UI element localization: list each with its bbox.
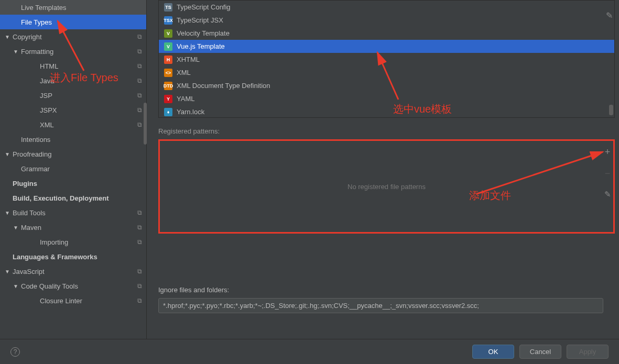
content-area: ✎ TSTypeScript ConfigTSXTypeScript JSXVV… bbox=[147, 0, 619, 339]
patterns-label: Registered patterns: bbox=[158, 127, 615, 135]
copy-icon: ⧉ bbox=[137, 121, 142, 128]
sidebar-item-label: Copyright bbox=[13, 33, 137, 41]
sidebar-item-file-types[interactable]: File Types bbox=[0, 15, 146, 29]
file-type-icon: ♦ bbox=[164, 108, 172, 116]
sidebar-item-javascript[interactable]: ▼JavaScript⧉ bbox=[0, 264, 146, 279]
file-type-label: TypeScript Config bbox=[177, 3, 231, 11]
sidebar-item-html[interactable]: HTML⧉ bbox=[0, 59, 146, 73]
file-type-label: XML bbox=[177, 69, 191, 76]
sidebar-item-code-quality-tools[interactable]: ▼Code Quality Tools⧉ bbox=[0, 279, 146, 293]
copy-icon: ⧉ bbox=[137, 62, 142, 70]
sidebar-item-label: XML bbox=[40, 121, 137, 129]
chevron-icon: ▼ bbox=[13, 225, 19, 230]
sidebar-item-label: JSP bbox=[40, 92, 137, 100]
file-type-label: XML Document Type Definition bbox=[177, 82, 270, 90]
copy-icon: ⧉ bbox=[137, 209, 142, 216]
file-type-xml[interactable]: <>XML bbox=[159, 66, 614, 79]
remove-pattern-button[interactable]: − bbox=[602, 168, 613, 179]
sidebar-item-label: Intentions bbox=[21, 136, 142, 144]
file-type-velocity-template[interactable]: VVelocity Template bbox=[159, 27, 614, 40]
sidebar-item-label: HTML bbox=[40, 62, 137, 70]
copy-icon: ⧉ bbox=[137, 77, 142, 84]
ignore-label: Ignore files and folders: bbox=[158, 286, 603, 294]
file-type-icon: TSX bbox=[164, 16, 172, 25]
sidebar-item-label: Build Tools bbox=[13, 209, 137, 217]
sidebar-item-copyright[interactable]: ▼Copyright⧉ bbox=[0, 29, 146, 44]
apply-button[interactable]: Apply bbox=[567, 345, 609, 359]
sidebar-item-proofreading[interactable]: ▼Proofreading bbox=[0, 147, 146, 161]
file-type-label: YAML bbox=[177, 95, 194, 103]
sidebar-item-formatting[interactable]: ▼Formatting⧉ bbox=[0, 44, 146, 59]
sidebar-item-xml[interactable]: XML⧉ bbox=[0, 117, 146, 132]
sidebar-item-label: Java bbox=[40, 77, 137, 85]
chevron-icon: ▼ bbox=[4, 269, 10, 274]
sidebar-item-grammar[interactable]: Grammar bbox=[0, 161, 146, 176]
file-type-label: Vue.js Template bbox=[177, 42, 225, 50]
sidebar-item-label: File Types bbox=[21, 18, 142, 26]
file-type-label: Velocity Template bbox=[177, 29, 230, 37]
sidebar-item-importing[interactable]: Importing⧉ bbox=[0, 235, 146, 249]
file-type-yarn-lock[interactable]: ♦Yarn.lock bbox=[159, 105, 614, 118]
add-pattern-button[interactable]: + bbox=[602, 147, 613, 158]
file-type-label: Yarn.lock bbox=[177, 108, 204, 116]
chevron-icon: ▼ bbox=[4, 34, 10, 40]
copy-icon: ⧉ bbox=[137, 92, 142, 99]
cancel-button[interactable]: Cancel bbox=[519, 345, 561, 359]
sidebar-item-label: Build, Execution, Deployment bbox=[13, 194, 142, 202]
chevron-icon: ▼ bbox=[4, 151, 10, 157]
sidebar-item-label: Closure Linter bbox=[40, 297, 137, 305]
chevron-icon: ▼ bbox=[4, 210, 10, 216]
sidebar-item-jspx[interactable]: JSPX⧉ bbox=[0, 103, 146, 117]
sidebar-item-label: Formatting bbox=[21, 48, 137, 56]
file-type-icon: Y bbox=[164, 95, 172, 103]
file-type-typescript-jsx[interactable]: TSXTypeScript JSX bbox=[159, 14, 614, 27]
copy-icon: ⧉ bbox=[137, 297, 142, 304]
sidebar-item-jsp[interactable]: JSP⧉ bbox=[0, 88, 146, 103]
sidebar-item-label: Plugins bbox=[13, 180, 142, 187]
file-type-typescript-config[interactable]: TSTypeScript Config bbox=[159, 1, 614, 14]
bottom-bar: ? OK Cancel Apply bbox=[0, 339, 619, 364]
edit-pattern-button[interactable]: ✎ bbox=[602, 190, 613, 199]
copy-icon: ⧉ bbox=[137, 48, 142, 55]
file-type-icon: V bbox=[164, 29, 172, 38]
chevron-icon: ▼ bbox=[13, 283, 19, 289]
sidebar-item-build-execution-deployment[interactable]: Build, Execution, Deployment bbox=[0, 191, 146, 205]
file-type-icon: <> bbox=[164, 69, 172, 77]
patterns-box: No registered file patterns bbox=[158, 139, 615, 234]
sidebar-item-closure-linter[interactable]: Closure Linter⧉ bbox=[0, 293, 146, 308]
ok-button[interactable]: OK bbox=[472, 345, 514, 359]
file-type-label: TypeScript JSX bbox=[177, 16, 223, 24]
copy-icon: ⧉ bbox=[137, 33, 142, 40]
file-type-list[interactable]: TSTypeScript ConfigTSXTypeScript JSXVVel… bbox=[158, 0, 615, 118]
sidebar-item-label: Grammar bbox=[21, 165, 142, 173]
copy-icon: ⧉ bbox=[137, 238, 142, 246]
sidebar-item-intentions[interactable]: Intentions bbox=[0, 132, 146, 147]
copy-icon: ⧉ bbox=[137, 224, 142, 231]
sidebar-item-label: Importing bbox=[40, 238, 137, 246]
sidebar-item-label: Live Templates bbox=[21, 4, 142, 12]
sidebar-item-build-tools[interactable]: ▼Build Tools⧉ bbox=[0, 205, 146, 220]
sidebar-item-live-templates[interactable]: Live Templates bbox=[0, 0, 146, 15]
chevron-icon: ▼ bbox=[13, 49, 19, 54]
file-type-icon: V bbox=[164, 42, 172, 51]
sidebar-item-label: Code Quality Tools bbox=[21, 282, 137, 290]
settings-sidebar[interactable]: Live TemplatesFile Types▼Copyright⧉▼Form… bbox=[0, 0, 147, 339]
copy-icon: ⧉ bbox=[137, 268, 142, 275]
sidebar-item-label: Proofreading bbox=[13, 150, 142, 158]
file-type-vue-js-template[interactable]: VVue.js Template bbox=[159, 40, 614, 53]
sidebar-item-label: Languages & Frameworks bbox=[13, 253, 142, 261]
file-type-icon: TS bbox=[164, 3, 172, 12]
ignore-input[interactable] bbox=[158, 298, 603, 313]
copy-icon: ⧉ bbox=[137, 282, 142, 290]
sidebar-item-maven[interactable]: ▼Maven⧉ bbox=[0, 220, 146, 235]
file-type-xml-document-type-definition[interactable]: DTDXML Document Type Definition bbox=[159, 79, 614, 92]
sidebar-item-label: JSPX bbox=[40, 106, 137, 114]
file-type-scrollbar[interactable] bbox=[609, 105, 613, 115]
help-icon[interactable]: ? bbox=[10, 347, 20, 357]
sidebar-item-plugins[interactable]: Plugins bbox=[0, 176, 146, 191]
sidebar-item-java[interactable]: Java⧉ bbox=[0, 73, 146, 88]
sidebar-item-languages-frameworks[interactable]: Languages & Frameworks bbox=[0, 249, 146, 264]
sidebar-item-label: JavaScript bbox=[13, 268, 137, 275]
file-type-xhtml[interactable]: HXHTML bbox=[159, 53, 614, 66]
file-type-yaml[interactable]: YYAML bbox=[159, 92, 614, 105]
